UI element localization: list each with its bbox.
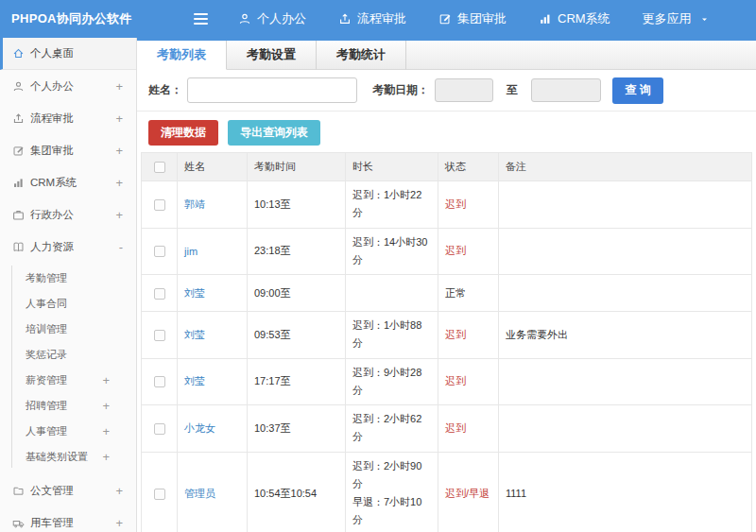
menu-toggle-icon[interactable]: [190, 9, 212, 28]
sidebar-item-document-management[interactable]: 公文管理 +: [0, 474, 136, 506]
expand-toggle[interactable]: +: [115, 516, 123, 530]
tab-attendance-list[interactable]: 考勤列表: [137, 41, 227, 70]
edit-icon: [12, 145, 25, 157]
row-checkbox[interactable]: [154, 376, 165, 387]
flow-icon: [12, 112, 25, 125]
expand-toggle[interactable]: +: [115, 79, 123, 94]
body-row: 个人桌面 个人办公 + 流程审批 + 集团审批 + CRM系统 + 行政办公 +…: [0, 38, 756, 532]
column-header-status: 状态: [438, 153, 499, 181]
sidebar-item-personal-office[interactable]: 个人办公 +: [0, 70, 136, 102]
sidebar-subitem-basic-category-settings[interactable]: 基础类别设置 +: [0, 444, 136, 470]
chevron-down-icon: [700, 15, 709, 24]
attendance-time: 10:13至: [248, 181, 346, 229]
sidebar-subitem-reward-punishment[interactable]: 奖惩记录: [0, 342, 136, 368]
table-row: 小龙女 10:37至 迟到：2小时62分 迟到: [142, 405, 752, 453]
status: 迟到: [438, 405, 499, 453]
date-to-input[interactable]: [531, 78, 601, 102]
row-checkbox[interactable]: [154, 288, 165, 300]
status: 迟到: [438, 228, 499, 275]
nav-item-more-apps[interactable]: 更多应用: [643, 10, 709, 27]
export-list-button[interactable]: 导出查询列表: [228, 120, 320, 146]
expand-toggle[interactable]: +: [115, 144, 123, 158]
attendance-time: 23:18至: [248, 228, 346, 275]
duration: 迟到：2小时62分: [346, 405, 438, 453]
sidebar-subitem-attendance-management[interactable]: 考勤管理: [0, 266, 136, 291]
sidebar-subitem-recruit-management[interactable]: 招聘管理 +: [0, 393, 136, 419]
employee-name-link[interactable]: 郭靖: [184, 198, 205, 210]
status: 迟到/早退: [438, 452, 499, 532]
chart-icon: [12, 177, 25, 189]
expand-toggle[interactable]: +: [102, 424, 110, 438]
table-row: 刘莹 09:53至 迟到：1小时88分 迟到 业务需要外出: [142, 312, 752, 359]
nav-item-crm-system[interactable]: CRM系统: [539, 10, 610, 27]
header-nav: 个人办公 流程审批 集团审批 CRM系统 更多应用: [238, 10, 709, 27]
sidebar-item-personal-desktop[interactable]: 个人桌面: [0, 38, 136, 70]
expand-toggle[interactable]: +: [115, 112, 123, 126]
employee-name-link[interactable]: 小龙女: [184, 422, 215, 434]
sidebar-item-admin-office[interactable]: 行政办公 +: [0, 198, 136, 231]
expand-toggle[interactable]: +: [102, 450, 110, 464]
book-icon: [12, 241, 25, 253]
expand-toggle[interactable]: +: [115, 484, 123, 498]
remark: [499, 228, 752, 275]
tab-attendance-stats[interactable]: 考勤统计: [317, 41, 406, 70]
employee-name-link[interactable]: jim: [184, 246, 198, 257]
date-label: 考勤日期：: [372, 82, 429, 98]
column-header-name: 姓名: [178, 153, 248, 181]
attendance-time: 10:54至10:54: [248, 452, 346, 532]
employee-name-link[interactable]: 刘莹: [184, 287, 205, 299]
row-checkbox[interactable]: [154, 199, 165, 211]
tab-attendance-settings[interactable]: 考勤设置: [227, 41, 317, 70]
sidebar-subitem-training-management[interactable]: 培训管理: [0, 317, 136, 342]
nav-item-personal-office[interactable]: 个人办公: [238, 10, 306, 27]
table-row: 郭靖 10:13至 迟到：1小时22分 迟到: [142, 181, 752, 229]
row-checkbox[interactable]: [154, 489, 165, 500]
employee-name-link[interactable]: 刘莹: [184, 329, 205, 340]
sidebar-subitem-salary-management[interactable]: 薪资管理 +: [0, 368, 136, 393]
row-checkbox[interactable]: [154, 423, 165, 435]
briefcase-icon: [12, 209, 25, 221]
table-row: 刘莹 17:17至 迟到：9小时28分 迟到: [142, 358, 752, 405]
sidebar-item-group-approval[interactable]: 集团审批 +: [0, 134, 136, 166]
row-checkbox[interactable]: [154, 330, 165, 341]
attendance-time: 17:17至: [248, 358, 346, 405]
expand-toggle[interactable]: +: [102, 373, 110, 387]
duration: [346, 275, 438, 312]
column-header-time: 考勤时间: [248, 153, 346, 181]
sidebar-subitem-personnel-contract[interactable]: 人事合同: [0, 291, 136, 317]
expand-toggle[interactable]: +: [115, 176, 123, 190]
app-header: PHPOA协同办公软件 个人办公 流程审批 集团审批 CRM系统 更多应用: [0, 0, 756, 38]
column-header-remark: 备注: [499, 153, 752, 181]
remark: 1111: [499, 452, 752, 532]
table-row: 管理员 10:54至10:54 迟到：2小时90分 早退：7小时10分 迟到/早…: [142, 452, 752, 532]
nav-item-workflow-approval[interactable]: 流程审批: [338, 10, 406, 27]
remark: [499, 181, 752, 229]
duration: 迟到：14小时30分: [346, 228, 438, 275]
attendance-table: 姓名 考勤时间 时长 状态 备注 郭靖 10:13至 迟到：1小时22分 迟到 …: [141, 152, 752, 532]
home-icon: [12, 47, 25, 60]
app-title: PHPOA协同办公软件: [0, 10, 137, 27]
sidebar-item-vehicle-management[interactable]: 用车管理 +: [0, 506, 136, 532]
sidebar: 个人桌面 个人办公 + 流程审批 + 集团审批 + CRM系统 + 行政办公 +…: [0, 38, 137, 532]
sidebar-item-workflow-approval[interactable]: 流程审批 +: [0, 102, 136, 134]
sidebar-subitem-personnel-management[interactable]: 人事管理 +: [0, 419, 136, 444]
row-checkbox[interactable]: [154, 246, 165, 257]
attendance-time: 09:53至: [248, 312, 346, 359]
table-row: 刘莹 09:00至 正常: [142, 275, 752, 312]
app-window: PHPOA协同办公软件 个人办公 流程审批 集团审批 CRM系统 更多应用 个人…: [0, 0, 756, 532]
employee-name-link[interactable]: 刘莹: [184, 375, 205, 386]
sidebar-item-crm-system[interactable]: CRM系统 +: [0, 166, 136, 198]
select-all-checkbox[interactable]: [154, 162, 165, 173]
expand-toggle[interactable]: +: [102, 399, 110, 413]
date-from-input[interactable]: [435, 78, 493, 102]
tab-bar: 考勤列表 考勤设置 考勤统计: [137, 38, 756, 70]
remark: [499, 358, 752, 405]
nav-item-group-approval[interactable]: 集团审批: [438, 10, 507, 27]
query-button[interactable]: 查 询: [612, 77, 663, 104]
name-input[interactable]: [187, 77, 357, 103]
clean-data-button[interactable]: 清理数据: [148, 120, 218, 146]
expand-toggle[interactable]: -: [119, 240, 123, 254]
sidebar-item-human-resources[interactable]: 人力资源 -: [0, 231, 136, 263]
expand-toggle[interactable]: +: [115, 208, 123, 222]
employee-name-link[interactable]: 管理员: [184, 488, 215, 499]
